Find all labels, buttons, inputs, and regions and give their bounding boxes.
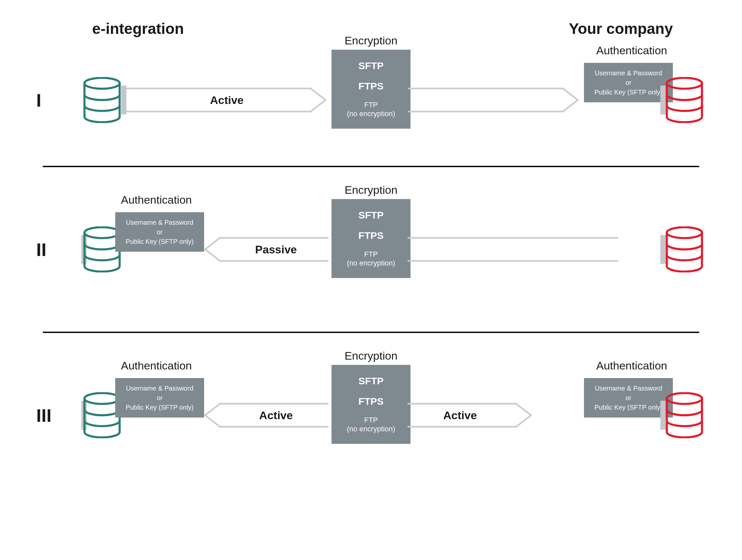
enc-ftps-1: FTPS	[359, 80, 384, 92]
auth-title-left-2: Authentication	[121, 193, 192, 206]
pipe-right-3: Active	[408, 400, 533, 430]
enc-ftp-1: FTP(no encryption)	[347, 101, 395, 118]
encryption-block-2: Encryption SFTP FTPS FTP(no encryption)	[331, 184, 411, 289]
row-2: II Authentication Username & Password or…	[43, 197, 699, 302]
encryption-block-3: Encryption SFTP FTPS FTP(no encryption)	[331, 349, 411, 455]
roman-1: I	[36, 90, 42, 111]
pipe-label-left-1: Active	[210, 94, 244, 107]
diagram-page: e-integration Your company I Active	[0, 0, 742, 560]
auth-box-right-1: Username & Password or Public Key (SFTP …	[584, 63, 673, 102]
database-company-3	[663, 392, 706, 438]
database-eintegration-1	[81, 77, 123, 123]
auth-title-right-1: Authentication	[596, 44, 667, 57]
svg-point-3	[667, 227, 702, 238]
svg-point-1	[667, 78, 702, 89]
auth-box-left-3: Username & Password or Public Key (SFTP …	[115, 378, 204, 417]
pipe-right-2	[408, 235, 618, 264]
divider-2	[43, 332, 699, 333]
encryption-block-1: Encryption SFTP FTPS FTP(no encryption)	[331, 34, 411, 139]
encryption-title-3: Encryption	[344, 349, 398, 362]
svg-point-0	[85, 78, 120, 89]
pipe-label-right-3: Active	[443, 409, 477, 422]
pipe-left-3: Active	[203, 400, 328, 430]
encryption-title-2: Encryption	[344, 184, 398, 197]
pipe-left-2: Passive	[203, 235, 328, 264]
encryption-title-1: Encryption	[344, 34, 398, 47]
roman-3: III	[36, 405, 52, 426]
encryption-box-2: SFTP FTPS FTP(no encryption)	[331, 199, 411, 278]
database-company-2	[663, 226, 706, 272]
auth-left-3: Authentication Username & Password or Pu…	[109, 359, 204, 417]
encryption-box-3: SFTP FTPS FTP(no encryption)	[331, 365, 411, 444]
pipe-left-1: Active	[126, 85, 327, 115]
svg-point-5	[667, 393, 702, 404]
pipe-label-left-3: Active	[259, 409, 293, 422]
header-right: Your company	[569, 20, 673, 38]
enc-sftp-1: SFTP	[359, 60, 384, 71]
database-company-1	[663, 77, 706, 123]
encryption-box-1: SFTP FTPS FTP(no encryption)	[331, 50, 411, 129]
pipe-label-left-2: Passive	[255, 243, 297, 256]
row-1: I Active Encryption SFTP FTPS	[43, 47, 699, 153]
auth-title-right-3: Authentication	[596, 359, 667, 372]
roman-2: II	[36, 239, 46, 260]
divider-1	[43, 166, 699, 167]
auth-box-right-3: Username & Password or Public Key (SFTP …	[584, 378, 673, 417]
pipe-right-1	[408, 85, 579, 115]
header-left: e-integration	[92, 20, 184, 38]
row-3: III Authentication Username & Password o…	[43, 362, 699, 468]
auth-title-left-3: Authentication	[121, 359, 192, 372]
auth-left-2: Authentication Username & Password or Pu…	[109, 193, 204, 252]
auth-box-left-2: Username & Password or Public Key (SFTP …	[115, 212, 204, 252]
